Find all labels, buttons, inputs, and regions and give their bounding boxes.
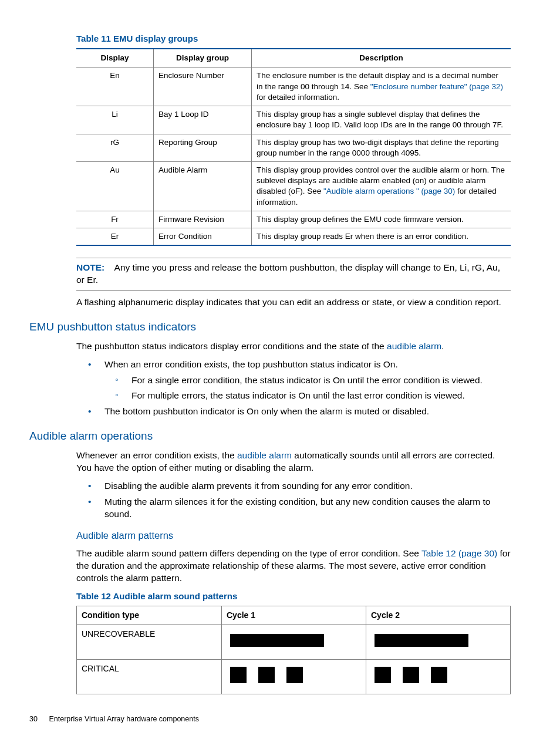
paragraph: The pushbutton status indicators display… [76,340,511,353]
paragraph: A flashing alphanumeric display indicate… [76,296,511,309]
cell: The enclosure number is the default disp… [252,67,511,106]
table12-caption: Table 12 Audible alarm sound patterns [76,590,511,602]
th-desc: Description [252,49,511,67]
text: . [441,341,444,351]
sub-list: For a single error condition, the status… [115,374,511,403]
th-condition: Condition type [77,606,222,625]
alarm-pulse-icon [258,667,275,683]
cell: This display group reads Er when there i… [252,228,511,246]
cell: Au [76,162,154,211]
bullet-list: When an error condition exists, the top … [88,359,511,418]
cell: Error Condition [154,228,252,246]
cell: This display group provides control over… [252,162,511,211]
link-table12[interactable]: Table 12 (page 30) [421,548,497,558]
cell-condition: CRITICAL [77,659,222,694]
table12: Condition type Cycle 1 Cycle 2 UNRECOVER… [76,606,511,694]
cell: Firmware Revision [154,211,252,228]
paragraph: The audible alarm sound pattern differs … [76,548,511,585]
table-row: Au Audible Alarm This display group prov… [76,162,511,211]
cell: Reporting Group [154,134,252,161]
page-footer: 30 Enterprise Virtual Array hardware com… [29,714,511,724]
table11-caption: Table 11 EMU display groups [76,33,511,45]
table-row: UNRECOVERABLE [77,625,511,659]
cell: Enclosure Number [154,67,252,106]
cell: This display group has a single sublevel… [252,106,511,134]
text: Whenever an error condition exists, the [76,450,237,460]
cell: Er [76,228,154,246]
th-cycle1: Cycle 1 [222,606,366,625]
list-item: For a single error condition, the status… [115,374,511,387]
list-item: Disabling the audible alarm prevents it … [88,480,511,492]
th-display: Display [76,49,154,67]
text: The audible alarm sound pattern differs … [76,548,421,558]
alarm-pulse-icon [230,667,247,683]
alarm-bar-solid-icon [375,634,468,647]
cell-cycle1 [222,625,366,659]
cell-cycle2 [366,659,511,694]
cell: Bay 1 Loop ID [154,106,252,134]
cell: This display group defines the EMU code … [252,211,511,228]
cell: Fr [76,211,154,228]
list-item: When an error condition exists, the top … [88,359,511,403]
alarm-pulse-icon [375,667,391,683]
footer-title: Enterprise Virtual Array hardware compon… [49,715,198,723]
list-item: Muting the alarm silences it for the exi… [88,496,511,521]
list-item: For multiple errors, the status indicato… [115,390,511,402]
note-block: NOTE: Any time you press and release the… [76,258,511,291]
cell: rG [76,134,154,161]
th-group: Display group [154,49,252,67]
text: The pushbutton status indicators display… [76,341,387,351]
alarm-bar-solid-icon [230,634,324,647]
paragraph: Whenever an error condition exists, the … [76,450,511,474]
table-row: En Enclosure Number The enclosure number… [76,67,511,106]
cell-cycle2 [366,625,511,659]
text: for detailed information. [257,93,339,102]
note-text: Any time you press and release the botto… [76,262,500,285]
cell: Li [76,106,154,134]
cell: This display group has two two-digit dis… [252,134,511,161]
heading-audible-alarm-ops: Audible alarm operations [29,428,511,444]
note-label: NOTE: [76,262,104,272]
list-item: The bottom pushbutton indicator is On on… [88,406,511,418]
table-row: Fr Firmware Revision This display group … [76,211,511,228]
heading-emu-pushbutton: EMU pushbutton status indicators [29,319,511,335]
cell: En [76,67,154,106]
heading-audible-alarm-patterns: Audible alarm patterns [76,529,511,542]
table11: Display Display group Description En Enc… [76,48,511,246]
page-number: 30 [29,714,47,724]
link-enclosure-feature[interactable]: "Enclosure number feature" (page 32) [370,82,503,91]
cell: Audible Alarm [154,162,252,211]
table-row: rG Reporting Group This display group ha… [76,134,511,161]
cell-cycle1 [222,659,366,694]
cell-condition: UNRECOVERABLE [77,625,222,659]
alarm-pulse-icon [403,667,419,683]
link-audible-operations[interactable]: "Audible alarm operations " (page 30) [323,187,455,195]
link-audible-alarm[interactable]: audible alarm [237,450,292,460]
table-row: CRITICAL [77,659,511,694]
table-row: Li Bay 1 Loop ID This display group has … [76,106,511,134]
link-audible-alarm[interactable]: audible alarm [387,341,441,351]
table-row: Er Error Condition This display group re… [76,228,511,246]
alarm-pulse-icon [286,667,303,683]
text: When an error condition exists, the top … [104,359,398,369]
th-cycle2: Cycle 2 [366,606,511,625]
bullet-list: Disabling the audible alarm prevents it … [88,480,511,521]
alarm-pulse-icon [431,667,447,683]
